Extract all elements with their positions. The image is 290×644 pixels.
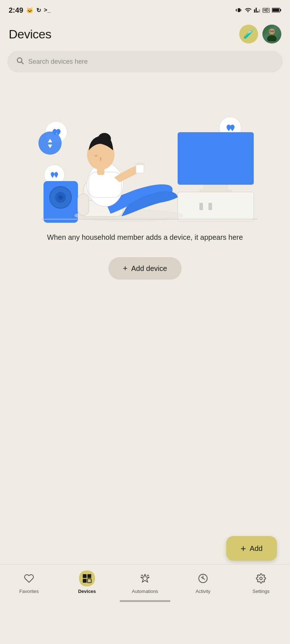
add-device-plus-icon: + xyxy=(123,264,128,273)
status-terminal-icon: >_ xyxy=(44,7,50,13)
svg-point-5 xyxy=(267,35,277,41)
search-container: Search devices here xyxy=(0,51,290,80)
nav-item-settings[interactable]: Settings xyxy=(232,570,290,594)
bottom-navigation: Favorites Devices xyxy=(0,564,290,604)
status-refresh-icon: ↻ xyxy=(36,7,41,14)
settings-label: Settings xyxy=(253,589,270,594)
nav-item-favorites[interactable]: Favorites xyxy=(0,570,58,594)
svg-rect-17 xyxy=(178,132,254,185)
search-placeholder: Search devices here xyxy=(28,58,88,66)
fab-add-button[interactable]: + Add xyxy=(226,536,277,561)
page-title: Devices xyxy=(9,27,51,41)
activity-label: Activity xyxy=(195,589,210,594)
add-device-label: Add device xyxy=(131,264,167,273)
avatar-image xyxy=(262,25,281,43)
svg-point-13 xyxy=(38,131,62,155)
svg-point-39 xyxy=(95,155,98,156)
svg-rect-20 xyxy=(178,192,254,221)
home-indicator xyxy=(120,600,170,602)
svg-rect-31 xyxy=(78,194,89,216)
illustration-container xyxy=(0,80,290,225)
vibrate-icon xyxy=(236,7,242,13)
svg-rect-18 xyxy=(203,185,228,190)
status-icons: HD xyxy=(236,7,281,13)
description-text: When any household member adds a device,… xyxy=(0,225,290,250)
svg-point-50 xyxy=(260,577,262,580)
avatar-svg xyxy=(265,27,279,41)
wifi-icon xyxy=(244,7,252,13)
header-actions: 🧪 xyxy=(239,25,281,43)
svg-rect-3 xyxy=(272,9,279,12)
svg-point-27 xyxy=(58,195,63,200)
lab-button[interactable]: 🧪 xyxy=(239,25,258,43)
svg-rect-33 xyxy=(89,172,121,197)
main-content: 2:49 🐱 ↻ >_ HD xyxy=(0,0,290,604)
header: Devices 🧪 xyxy=(0,19,290,51)
time-display: 2:49 xyxy=(9,6,23,14)
favorites-icon xyxy=(21,570,37,586)
svg-point-37 xyxy=(98,133,111,145)
battery-icon xyxy=(272,7,281,13)
svg-line-11 xyxy=(21,62,23,64)
nav-item-automations[interactable]: Automations xyxy=(116,570,174,594)
signal-icon xyxy=(254,7,260,13)
svg-rect-22 xyxy=(208,203,212,210)
status-bar: 2:49 🐱 ↻ >_ HD xyxy=(0,0,290,19)
lab-icon: 🧪 xyxy=(243,29,254,39)
nav-item-activity[interactable]: Activity xyxy=(174,570,232,594)
svg-rect-43 xyxy=(87,574,91,578)
activity-icon xyxy=(195,570,211,586)
search-icon xyxy=(16,57,24,67)
svg-rect-38 xyxy=(97,168,104,175)
svg-rect-44 xyxy=(87,579,91,583)
svg-rect-21 xyxy=(199,203,203,210)
search-bar[interactable]: Search devices here xyxy=(7,51,283,72)
fab-label: Add xyxy=(250,544,263,553)
devices-icon xyxy=(79,570,95,586)
automations-icon xyxy=(137,570,153,586)
svg-rect-0 xyxy=(259,9,260,13)
favorites-label: Favorites xyxy=(19,589,38,594)
add-device-button[interactable]: + Add device xyxy=(108,257,182,280)
svg-rect-42 xyxy=(83,574,87,578)
avatar[interactable] xyxy=(262,25,281,43)
nav-item-devices[interactable]: Devices xyxy=(58,570,116,594)
svg-rect-2 xyxy=(280,9,281,11)
hero-illustration xyxy=(22,85,268,223)
svg-rect-41 xyxy=(83,579,87,583)
automations-label: Automations xyxy=(132,589,158,594)
hd-badge: HD xyxy=(262,8,270,13)
settings-icon xyxy=(253,570,269,586)
fab-plus-icon: + xyxy=(241,543,246,554)
status-time: 2:49 🐱 ↻ >_ xyxy=(9,6,50,14)
devices-label: Devices xyxy=(78,589,96,594)
svg-rect-35 xyxy=(135,163,145,165)
status-cat-icon: 🐱 xyxy=(26,7,33,14)
